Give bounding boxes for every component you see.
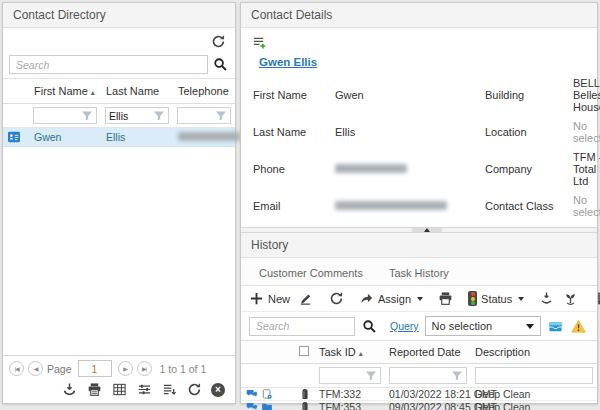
chevron-down-icon xyxy=(417,297,423,301)
description-filter[interactable] xyxy=(475,367,593,384)
cell-reported-date: 09/03/2022 08:45 GMT xyxy=(385,401,471,410)
traffic-light-icon xyxy=(468,291,477,306)
panel-title: Contact Directory xyxy=(3,3,235,28)
field-label: Phone xyxy=(253,163,335,175)
contact-details-panel: Contact Details Gwen Ellis First Name Gw… xyxy=(240,2,598,404)
mail-inbox-icon[interactable] xyxy=(547,318,564,335)
funnel-icon[interactable] xyxy=(153,110,165,122)
column-header-description[interactable]: Description xyxy=(471,341,597,363)
panel-splitter[interactable] xyxy=(241,227,597,233)
pencil-icon[interactable] xyxy=(297,290,314,307)
prev-page-button[interactable]: ◀ xyxy=(28,361,43,376)
page-input[interactable] xyxy=(78,360,112,377)
range-text: 1 to 1 of 1 xyxy=(160,363,207,375)
funnel-icon[interactable] xyxy=(365,370,377,382)
search-icon[interactable] xyxy=(361,318,378,335)
field-label: Last Name xyxy=(253,126,335,138)
reported-date-filter[interactable] xyxy=(389,367,467,384)
field-label: Company xyxy=(485,163,573,175)
print-icon[interactable] xyxy=(437,290,454,307)
directory-footer-toolbar: × xyxy=(9,377,229,398)
cell-last-name: Ellis xyxy=(101,131,173,143)
device-icon xyxy=(299,388,311,400)
field-value: Ellis xyxy=(335,126,485,138)
contact-fields: First Name Gwen Building BELL - Bellesdu… xyxy=(241,70,597,227)
funnel-icon[interactable] xyxy=(215,110,227,122)
column-header-row-icons xyxy=(241,347,295,357)
query-select[interactable]: No selection xyxy=(425,316,541,336)
task-row[interactable]: TFM:353 09/03/2022 08:45 GMT Deep Clean xyxy=(241,401,597,410)
hand-receive-icon[interactable] xyxy=(538,290,555,307)
page-label: Page xyxy=(47,363,72,375)
building-icon[interactable] xyxy=(593,290,600,307)
app-window: Contact Directory First Name ▴ Last Name… xyxy=(0,0,600,410)
column-header-task-id[interactable]: Task ID ▴ xyxy=(315,341,385,363)
history-search-row: Query No selection xyxy=(241,312,597,340)
column-header-last-name[interactable]: Last Name xyxy=(101,79,173,103)
column-header-reported-date[interactable]: Reported Date xyxy=(385,341,471,363)
directory-empty-area xyxy=(3,147,235,355)
contact-name-link[interactable]: Gwen Ellis xyxy=(259,56,597,68)
status-button-label: Status xyxy=(481,293,512,305)
query-link[interactable]: Query xyxy=(390,320,419,332)
new-button[interactable]: New xyxy=(249,291,290,306)
filter-sliders-icon[interactable] xyxy=(136,381,153,398)
search-input[interactable] xyxy=(9,55,208,74)
refresh-icon[interactable] xyxy=(186,381,203,398)
next-page-button[interactable]: ▶ xyxy=(118,361,133,376)
sprout-icon[interactable] xyxy=(562,290,579,307)
field-label: Location xyxy=(485,126,573,138)
search-input[interactable] xyxy=(249,317,355,336)
assign-button[interactable]: Assign xyxy=(359,291,423,306)
print-icon[interactable] xyxy=(86,381,103,398)
field-value: No selection xyxy=(573,194,600,218)
field-value: No selection xyxy=(573,120,600,144)
chevron-down-icon xyxy=(526,324,534,329)
funnel-icon[interactable] xyxy=(451,370,463,382)
tab-customer-comments[interactable]: Customer Comments xyxy=(249,264,373,285)
first-name-filter[interactable] xyxy=(33,107,97,124)
chat-bubbles-icon[interactable] xyxy=(246,401,258,410)
refresh-icon[interactable] xyxy=(210,33,227,50)
task-row[interactable]: TFM:332 01/03/2022 18:21 GMT Deep Clean xyxy=(241,388,597,401)
task-id-filter[interactable] xyxy=(319,367,381,384)
status-button[interactable]: Status xyxy=(468,291,524,306)
document-badge-icon[interactable] xyxy=(261,388,273,400)
redacted-email xyxy=(335,201,447,210)
contact-card-icon xyxy=(8,131,20,143)
warning-icon[interactable] xyxy=(570,318,587,335)
export-icon[interactable] xyxy=(61,381,78,398)
assign-button-label: Assign xyxy=(378,293,411,305)
cell-reported-date: 01/03/2022 18:21 GMT xyxy=(385,388,471,400)
list-sort-icon[interactable] xyxy=(161,381,178,398)
cell-task-id: TFM:332 xyxy=(315,388,385,400)
folder-icon[interactable] xyxy=(261,401,273,410)
last-page-button[interactable]: ▶| xyxy=(137,361,152,376)
field-label: First Name xyxy=(253,89,335,101)
field-label: Building xyxy=(485,89,573,101)
list-add-icon[interactable] xyxy=(251,34,268,51)
select-all-checkbox[interactable] xyxy=(295,341,315,363)
chat-bubbles-icon[interactable] xyxy=(246,388,258,400)
redacted-phone xyxy=(335,164,407,173)
column-header-telephone[interactable]: Telephone xyxy=(173,79,235,103)
telephone-filter[interactable] xyxy=(177,107,231,124)
cell-first-name: Gwen xyxy=(29,131,101,143)
history-title: History xyxy=(241,233,597,258)
contact-row[interactable]: Gwen Ellis xyxy=(3,128,235,147)
chevron-up-icon xyxy=(424,228,430,232)
directory-pagination: |◀ ◀ Page ▶ ▶| 1 to 1 of 1 xyxy=(9,360,229,377)
tab-task-history[interactable]: Task History xyxy=(379,264,459,285)
last-name-filter[interactable] xyxy=(105,107,169,124)
splitter-collapse-handle[interactable] xyxy=(412,228,442,232)
cell-description: Deep Clean xyxy=(471,401,597,410)
search-icon[interactable] xyxy=(212,56,229,73)
column-header-first-name[interactable]: First Name ▴ xyxy=(29,79,101,103)
grid-icon[interactable] xyxy=(111,381,128,398)
history-tabs: Customer Comments Task History xyxy=(241,258,597,286)
funnel-icon[interactable] xyxy=(81,110,93,122)
chevron-down-icon xyxy=(518,297,524,301)
refresh-icon[interactable] xyxy=(328,290,345,307)
close-icon[interactable]: × xyxy=(211,383,225,397)
first-page-button[interactable]: |◀ xyxy=(9,361,24,376)
